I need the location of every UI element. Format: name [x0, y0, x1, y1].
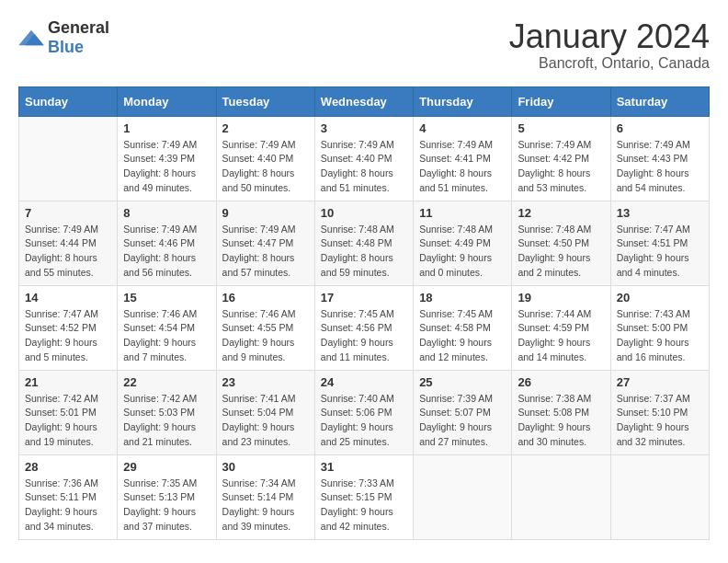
day-number: 1 — [123, 121, 210, 135]
day-number: 27 — [617, 375, 703, 389]
day-info: Sunrise: 7:42 AMSunset: 5:01 PMDaylight:… — [25, 392, 111, 450]
day-info: Sunrise: 7:49 AMSunset: 4:47 PMDaylight:… — [222, 223, 309, 281]
calendar-cell — [414, 454, 512, 539]
calendar-cell: 16Sunrise: 7:46 AMSunset: 4:55 PMDayligh… — [216, 285, 314, 370]
day-number: 9 — [222, 206, 309, 220]
day-info: Sunrise: 7:45 AMSunset: 4:56 PMDaylight:… — [321, 307, 407, 365]
logo-text: General Blue — [48, 18, 109, 57]
day-info: Sunrise: 7:33 AMSunset: 5:15 PMDaylight:… — [321, 477, 407, 534]
calendar-cell: 25Sunrise: 7:39 AMSunset: 5:07 PMDayligh… — [414, 370, 512, 454]
page-header: General Blue January 2024 Bancroft, Onta… — [18, 18, 710, 72]
day-info: Sunrise: 7:49 AMSunset: 4:40 PMDaylight:… — [222, 138, 309, 196]
day-number: 16 — [222, 291, 309, 304]
day-info: Sunrise: 7:41 AMSunset: 5:04 PMDaylight:… — [222, 392, 309, 450]
day-number: 19 — [518, 291, 604, 304]
column-header-thursday: Thursday — [414, 86, 512, 116]
day-info: Sunrise: 7:39 AMSunset: 5:07 PMDaylight:… — [419, 392, 506, 450]
day-info: Sunrise: 7:47 AMSunset: 4:51 PMDaylight:… — [617, 223, 703, 281]
day-number: 30 — [222, 460, 309, 474]
logo-general: General — [48, 18, 109, 37]
calendar-cell — [610, 454, 709, 539]
calendar-cell: 23Sunrise: 7:41 AMSunset: 5:04 PMDayligh… — [216, 370, 314, 454]
day-number: 21 — [25, 375, 111, 389]
calendar-cell: 29Sunrise: 7:35 AMSunset: 5:13 PMDayligh… — [118, 454, 216, 539]
day-number: 29 — [123, 460, 210, 474]
calendar-cell: 1Sunrise: 7:49 AMSunset: 4:39 PMDaylight… — [118, 116, 216, 201]
calendar-cell: 15Sunrise: 7:46 AMSunset: 4:54 PMDayligh… — [118, 285, 216, 370]
day-info: Sunrise: 7:38 AMSunset: 5:08 PMDaylight:… — [518, 392, 604, 450]
day-info: Sunrise: 7:42 AMSunset: 5:03 PMDaylight:… — [123, 392, 210, 450]
column-header-monday: Monday — [118, 86, 216, 116]
calendar-table: SundayMondayTuesdayWednesdayThursdayFrid… — [18, 86, 710, 540]
calendar-cell: 11Sunrise: 7:48 AMSunset: 4:49 PMDayligh… — [414, 201, 512, 285]
header-row: SundayMondayTuesdayWednesdayThursdayFrid… — [19, 86, 710, 116]
column-header-tuesday: Tuesday — [216, 86, 314, 116]
day-info: Sunrise: 7:40 AMSunset: 5:06 PMDaylight:… — [321, 392, 407, 450]
day-number: 18 — [419, 291, 506, 304]
day-info: Sunrise: 7:49 AMSunset: 4:41 PMDaylight:… — [419, 138, 506, 196]
calendar-cell: 14Sunrise: 7:47 AMSunset: 4:52 PMDayligh… — [19, 285, 118, 370]
day-number: 13 — [617, 206, 703, 220]
day-info: Sunrise: 7:49 AMSunset: 4:43 PMDaylight:… — [617, 138, 703, 196]
calendar-cell: 18Sunrise: 7:45 AMSunset: 4:58 PMDayligh… — [414, 285, 512, 370]
calendar-cell — [512, 454, 610, 539]
day-info: Sunrise: 7:34 AMSunset: 5:14 PMDaylight:… — [222, 477, 309, 534]
calendar-cell: 7Sunrise: 7:49 AMSunset: 4:44 PMDaylight… — [19, 201, 118, 285]
day-info: Sunrise: 7:49 AMSunset: 4:44 PMDaylight:… — [25, 223, 111, 281]
day-number: 31 — [321, 460, 407, 474]
calendar-cell: 20Sunrise: 7:43 AMSunset: 5:00 PMDayligh… — [610, 285, 709, 370]
day-number: 10 — [321, 206, 407, 220]
calendar-cell: 21Sunrise: 7:42 AMSunset: 5:01 PMDayligh… — [19, 370, 118, 454]
day-number: 3 — [321, 121, 407, 135]
day-info: Sunrise: 7:46 AMSunset: 4:54 PMDaylight:… — [123, 307, 210, 365]
day-info: Sunrise: 7:48 AMSunset: 4:48 PMDaylight:… — [321, 223, 407, 281]
calendar-cell — [19, 116, 118, 201]
day-number: 7 — [25, 206, 111, 220]
week-row-5: 28Sunrise: 7:36 AMSunset: 5:11 PMDayligh… — [19, 454, 710, 539]
logo-icon — [18, 28, 44, 48]
day-info: Sunrise: 7:48 AMSunset: 4:49 PMDaylight:… — [419, 223, 506, 281]
calendar-cell: 2Sunrise: 7:49 AMSunset: 4:40 PMDaylight… — [216, 116, 314, 201]
calendar-cell: 30Sunrise: 7:34 AMSunset: 5:14 PMDayligh… — [216, 454, 314, 539]
day-info: Sunrise: 7:36 AMSunset: 5:11 PMDaylight:… — [25, 477, 111, 534]
calendar-cell: 28Sunrise: 7:36 AMSunset: 5:11 PMDayligh… — [19, 454, 118, 539]
calendar-cell: 4Sunrise: 7:49 AMSunset: 4:41 PMDaylight… — [414, 116, 512, 201]
calendar-cell: 19Sunrise: 7:44 AMSunset: 4:59 PMDayligh… — [512, 285, 610, 370]
logo: General Blue — [18, 18, 109, 57]
calendar-cell: 3Sunrise: 7:49 AMSunset: 4:40 PMDaylight… — [314, 116, 413, 201]
day-number: 6 — [617, 121, 703, 135]
title-section: January 2024 Bancroft, Ontario, Canada — [509, 18, 710, 72]
day-number: 15 — [123, 291, 210, 304]
calendar-cell: 26Sunrise: 7:38 AMSunset: 5:08 PMDayligh… — [512, 370, 610, 454]
column-header-sunday: Sunday — [19, 86, 118, 116]
day-number: 8 — [123, 206, 210, 220]
day-info: Sunrise: 7:49 AMSunset: 4:40 PMDaylight:… — [321, 138, 407, 196]
calendar-cell: 9Sunrise: 7:49 AMSunset: 4:47 PMDaylight… — [216, 201, 314, 285]
logo-blue: Blue — [48, 38, 84, 56]
day-info: Sunrise: 7:45 AMSunset: 4:58 PMDaylight:… — [419, 307, 506, 365]
column-header-wednesday: Wednesday — [314, 86, 413, 116]
day-number: 28 — [25, 460, 111, 474]
calendar-cell: 24Sunrise: 7:40 AMSunset: 5:06 PMDayligh… — [314, 370, 413, 454]
day-number: 2 — [222, 121, 309, 135]
calendar-cell: 17Sunrise: 7:45 AMSunset: 4:56 PMDayligh… — [314, 285, 413, 370]
day-number: 20 — [617, 291, 703, 304]
column-header-saturday: Saturday — [610, 86, 709, 116]
day-number: 5 — [518, 121, 604, 135]
calendar-cell: 31Sunrise: 7:33 AMSunset: 5:15 PMDayligh… — [314, 454, 413, 539]
day-info: Sunrise: 7:44 AMSunset: 4:59 PMDaylight:… — [518, 307, 604, 365]
column-header-friday: Friday — [512, 86, 610, 116]
week-row-4: 21Sunrise: 7:42 AMSunset: 5:01 PMDayligh… — [19, 370, 710, 454]
day-info: Sunrise: 7:37 AMSunset: 5:10 PMDaylight:… — [617, 392, 703, 450]
day-info: Sunrise: 7:49 AMSunset: 4:42 PMDaylight:… — [518, 138, 604, 196]
calendar-cell: 6Sunrise: 7:49 AMSunset: 4:43 PMDaylight… — [610, 116, 709, 201]
day-info: Sunrise: 7:49 AMSunset: 4:39 PMDaylight:… — [123, 138, 210, 196]
month-title: January 2024 — [509, 18, 710, 55]
day-info: Sunrise: 7:46 AMSunset: 4:55 PMDaylight:… — [222, 307, 309, 365]
day-number: 17 — [321, 291, 407, 304]
day-info: Sunrise: 7:47 AMSunset: 4:52 PMDaylight:… — [25, 307, 111, 365]
calendar-cell: 8Sunrise: 7:49 AMSunset: 4:46 PMDaylight… — [118, 201, 216, 285]
day-number: 25 — [419, 375, 506, 389]
day-info: Sunrise: 7:35 AMSunset: 5:13 PMDaylight:… — [123, 477, 210, 534]
day-number: 14 — [25, 291, 111, 304]
